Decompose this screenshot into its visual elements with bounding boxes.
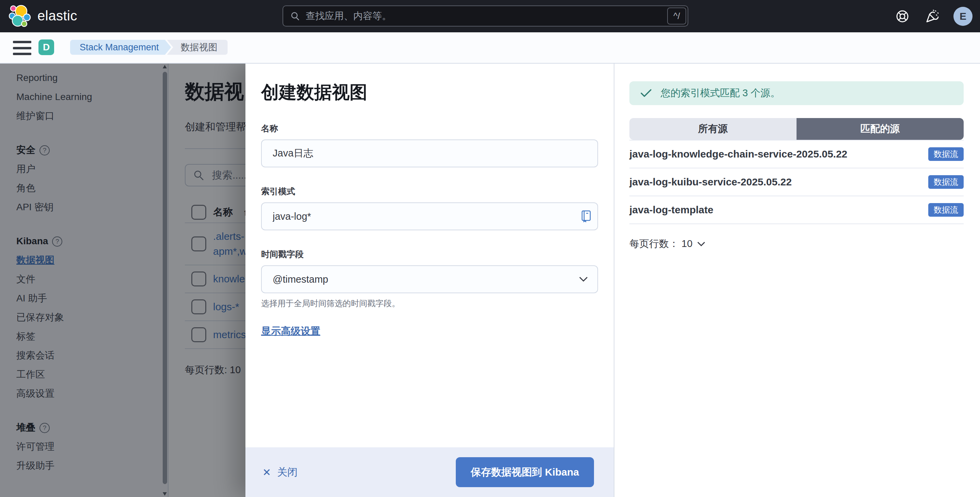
source-row: java-log-knowledge-chain-service-2025.05… <box>629 140 964 168</box>
show-advanced-settings-link[interactable]: 显示高级设置 <box>261 324 320 338</box>
source-name: java-log-kuibu-service-2025.05.22 <box>629 176 792 188</box>
news-party-popper-icon[interactable] <box>923 8 941 25</box>
source-name: java-log-template <box>629 204 713 216</box>
deployment-badge[interactable]: D <box>38 40 54 55</box>
create-data-view-flyout: 创建数据视图 名称 索引模式 时 <box>245 64 614 497</box>
user-avatar[interactable]: E <box>953 7 972 26</box>
brand-wordmark: elastic <box>37 8 77 24</box>
timestamp-select[interactable]: @timestamp <box>261 265 598 293</box>
top-header-bar: elastic ^/ E <box>0 0 980 32</box>
chevron-down-icon <box>579 276 588 282</box>
elastic-brand[interactable]: elastic <box>9 5 77 27</box>
tab-matching-sources[interactable]: 匹配的源 <box>797 118 964 140</box>
success-callout: 您的索引模式匹配 3 个源。 <box>629 81 964 105</box>
source-name: java-log-knowledge-chain-service-2025.05… <box>629 148 847 160</box>
close-icon: ✕ <box>262 466 271 478</box>
timestamp-label: 时间戳字段 <box>261 249 598 260</box>
matched-sources-panel: 您的索引模式匹配 3 个源。 所有源 匹配的源 java-log-knowled… <box>614 64 980 497</box>
timestamp-help-text: 选择用于全局时间筛选的时间戳字段。 <box>261 298 598 309</box>
help-lifebuoy-icon[interactable] <box>894 8 911 25</box>
global-search-bar[interactable]: ^/ <box>283 5 688 27</box>
flyout-title: 创建数据视图 <box>261 81 598 105</box>
flyout-footer: ✕ 关闭 保存数据视图到 Kibana <box>245 447 614 497</box>
breadcrumb-data-views: 数据视图 <box>167 40 228 55</box>
breadcrumb: Stack Management 数据视图 <box>70 40 228 55</box>
breadcrumb-bar: D Stack Management 数据视图 <box>0 32 980 64</box>
chevron-down-icon <box>697 241 705 247</box>
index-pattern-input[interactable] <box>262 203 597 230</box>
elastic-logo-icon <box>9 5 31 27</box>
save-data-view-button[interactable]: 保存数据视图到 Kibana <box>456 457 594 487</box>
data-stream-badge: 数据流 <box>928 175 964 189</box>
check-icon <box>640 89 652 98</box>
source-row: java-log-template 数据流 <box>629 196 964 224</box>
breadcrumb-stack-management[interactable]: Stack Management <box>70 40 171 55</box>
tab-all-sources[interactable]: 所有源 <box>629 118 797 140</box>
callout-text: 您的索引模式匹配 3 个源。 <box>661 86 780 100</box>
name-field-group: 名称 <box>261 123 598 167</box>
search-icon <box>290 11 300 21</box>
source-filter-toggle: 所有源 匹配的源 <box>629 118 964 140</box>
keyboard-shortcut-hint: ^/ <box>667 8 686 24</box>
close-flyout-button[interactable]: ✕ 关闭 <box>262 465 298 479</box>
name-input[interactable] <box>262 140 597 167</box>
index-pattern-label: 索引模式 <box>261 186 598 197</box>
index-pattern-field-group: 索引模式 <box>261 186 598 230</box>
matched-sources-list: java-log-knowledge-chain-service-2025.05… <box>629 140 964 224</box>
rows-per-page-control[interactable]: 每页行数： 10 <box>629 237 964 251</box>
data-stream-badge: 数据流 <box>928 147 964 161</box>
data-stream-badge: 数据流 <box>928 203 964 217</box>
name-label: 名称 <box>261 123 598 134</box>
index-docs-book-icon[interactable] <box>576 204 597 229</box>
timestamp-field-group: 时间戳字段 @timestamp 选择用于全局时间筛选的时间戳字段。 <box>261 249 598 309</box>
source-row: java-log-kuibu-service-2025.05.22 数据流 <box>629 168 964 196</box>
menu-hamburger-icon[interactable] <box>13 41 31 55</box>
global-search-input[interactable] <box>305 11 687 21</box>
